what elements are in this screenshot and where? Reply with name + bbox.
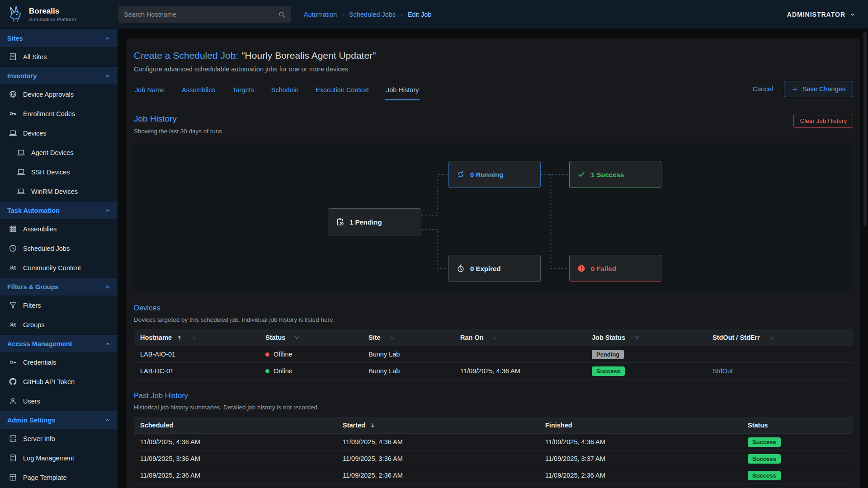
finished-cell: 11/09/2025, 2:36 AM (539, 472, 741, 479)
sidebar-item-groups[interactable]: Groups (0, 315, 118, 334)
github-icon (9, 377, 17, 386)
section-label: Task Automation (7, 207, 60, 214)
sidebar-item-enrollment-codes[interactable]: Enrollment Codes (0, 104, 118, 123)
laptop-icon (17, 187, 25, 196)
sidebar-item-devices[interactable]: Devices (0, 123, 118, 143)
column-header-status[interactable]: Status (741, 422, 853, 429)
sidebar: SitesAll SitesInventoryDevice ApprovalsE… (0, 29, 118, 488)
sidebar-item-agent-devices[interactable]: Agent Devices (0, 143, 118, 162)
status-dot-icon (265, 369, 269, 373)
job-history-header-row: Job History Showing the last 30 days of … (134, 114, 853, 135)
tab-assemblies[interactable]: Assemblies (181, 83, 216, 100)
sidebar-item-filters[interactable]: Filters (0, 296, 118, 315)
clear-job-history-button[interactable]: Clear Job History (793, 114, 853, 128)
status-cell: Success (741, 437, 853, 447)
people-icon (9, 320, 17, 329)
status-dot-icon (265, 352, 269, 357)
tab-job-name[interactable]: Job Name (134, 83, 165, 100)
flow-box-label: 0 Expired (470, 265, 501, 272)
log-icon (9, 454, 17, 462)
filter-icon[interactable] (634, 334, 640, 341)
tab-schedule[interactable]: Schedule (270, 83, 299, 100)
column-header-status[interactable]: Status (259, 334, 362, 341)
job-history-subheading: Showing the last 30 days of runs. (134, 128, 224, 135)
tab-targets[interactable]: Targets (231, 83, 255, 100)
tab-job-history[interactable]: Job History (385, 83, 420, 100)
plus-icon (792, 86, 798, 93)
filter-icon[interactable] (769, 334, 775, 341)
edit-job-panel: Create a Scheduled Job:"Hourly Borealis … (127, 38, 860, 488)
stdout-cell: StdOut (706, 367, 853, 375)
pending-clipboard-icon (335, 217, 344, 226)
key-icon (9, 358, 17, 366)
past-history-row: 11/09/2025, 3:36 AM11/09/2025, 3:36 AM11… (134, 450, 853, 467)
status-cell: Offline (259, 351, 362, 358)
column-header-hostname[interactable]: Hostname (134, 334, 259, 341)
sidebar-item-users[interactable]: Users (0, 391, 118, 411)
sidebar-item-server-info[interactable]: Server Info (0, 429, 118, 448)
sidebar-item-credentials[interactable]: Credentials (0, 352, 118, 372)
sidebar-item-winrm-devices[interactable]: WinRM Devices (0, 182, 118, 201)
scheduled-cell: 11/09/2025, 4:36 AM (134, 438, 336, 446)
column-header-ran-on[interactable]: Ran On (454, 334, 585, 341)
running-sync-icon (456, 170, 465, 179)
breadcrumb-item-automation[interactable]: Automation (304, 11, 337, 18)
search-icon[interactable] (278, 10, 286, 19)
flow-box-expired: 0 Expired (448, 255, 541, 282)
column-header-scheduled[interactable]: Scheduled (134, 422, 336, 429)
sidebar-item-all-sites[interactable]: All Sites (0, 47, 118, 66)
sidebar-item-page-template[interactable]: Page Template (0, 468, 118, 487)
status-badge: Pending (592, 350, 624, 359)
save-changes-button[interactable]: Save Changes (784, 81, 853, 97)
user-label: ADMINISTRATOR (787, 11, 845, 18)
sidebar-item-assemblies[interactable]: Assemblies (0, 219, 118, 239)
sidebar-section-sites[interactable]: Sites (0, 29, 118, 47)
sidebar-section-filters-groups[interactable]: Filters & Groups (0, 277, 118, 296)
past-history-row: 11/09/2025, 2:36 AM11/09/2025, 2:36 AM11… (134, 467, 853, 484)
user-menu[interactable]: ADMINISTRATOR (787, 11, 856, 18)
page-title-prefix: Create a Scheduled Job: (134, 50, 238, 61)
status-badge: Success (748, 437, 781, 447)
filter-icon[interactable] (389, 334, 396, 341)
devices-table-header: HostnameStatusSiteRan OnJob StatusStdOut… (134, 329, 853, 346)
stdout-link[interactable]: StdOut (712, 367, 733, 375)
started-cell: 11/09/2025, 4:36 AM (336, 438, 539, 446)
filter-icon[interactable] (191, 334, 198, 341)
column-header-finished[interactable]: Finished (539, 422, 741, 429)
breadcrumb-item-edit-job[interactable]: Edit Job (408, 11, 431, 18)
laptop-icon (17, 148, 25, 157)
template-icon (9, 473, 17, 482)
sidebar-item-log-management[interactable]: Log Management (0, 448, 118, 468)
scrollbar[interactable] (863, 32, 867, 226)
sidebar-item-ssh-devices[interactable]: SSH Devices (0, 162, 118, 182)
column-header-started[interactable]: Started (336, 422, 539, 429)
ran-on-cell: 11/09/2025, 4:36 AM (454, 367, 585, 375)
sidebar-section-inventory[interactable]: Inventory (0, 66, 118, 84)
sidebar-item-scheduled-jobs[interactable]: Scheduled Jobs (0, 239, 118, 258)
column-header-stdout-stderr[interactable]: StdOut / StdErr (706, 334, 853, 341)
sidebar-section-admin-settings[interactable]: Admin Settings (0, 411, 118, 429)
search-input[interactable] (124, 11, 278, 18)
filter-icon[interactable] (294, 334, 300, 341)
column-header-site[interactable]: Site (362, 334, 454, 341)
sidebar-item-community-content[interactable]: Community Content (0, 258, 118, 277)
cancel-button[interactable]: Cancel (753, 85, 773, 93)
breadcrumb: Automation›Scheduled Jobs›Edit Job (304, 11, 431, 18)
chevron-up-icon (104, 35, 111, 42)
key-icon (9, 109, 17, 118)
sidebar-item-device-approvals[interactable]: Device Approvals (0, 84, 118, 104)
column-header-job-status[interactable]: Job Status (585, 334, 706, 341)
tab-execution-context[interactable]: Execution Context (315, 83, 370, 100)
filter-icon[interactable] (492, 334, 499, 341)
chevron-up-icon (104, 207, 111, 214)
hostname-cell: LAB-AIO-01 (134, 351, 259, 358)
sidebar-section-task-automation[interactable]: Task Automation (0, 201, 118, 219)
sidebar-item-github-api-token[interactable]: GitHub API Token (0, 372, 118, 391)
people-icon (9, 263, 17, 272)
clock-icon (9, 244, 17, 253)
breadcrumb-item-scheduled-jobs[interactable]: Scheduled Jobs (349, 11, 396, 18)
sidebar-section-access-management[interactable]: Access Management (0, 334, 118, 352)
flow-box-label: 0 Failed (591, 265, 616, 272)
flow-box-label: 1 Pending (349, 218, 382, 226)
device-row-lab-aio-01: LAB-AIO-01OfflineBunny LabPending (134, 346, 853, 363)
